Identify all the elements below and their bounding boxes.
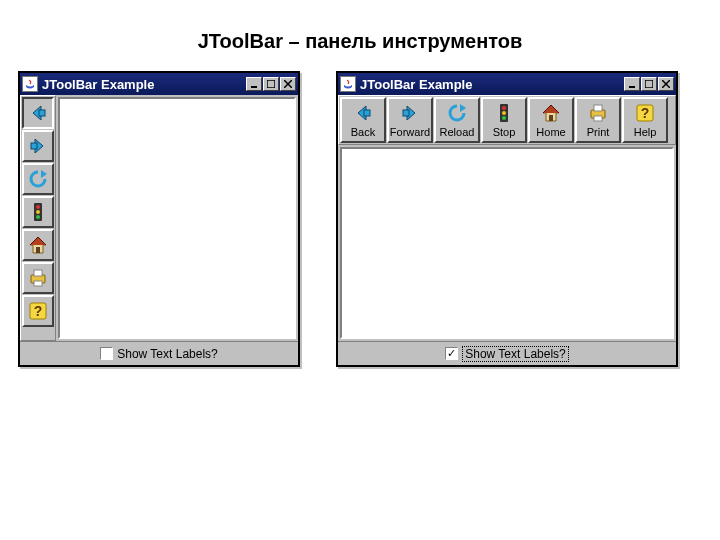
- back-button[interactable]: Back: [340, 97, 386, 143]
- back-button[interactable]: [22, 97, 54, 129]
- window-title: JToolBar Example: [360, 77, 623, 92]
- java-icon: [22, 76, 38, 92]
- house-icon: [27, 234, 49, 256]
- show-labels-label[interactable]: Show Text Labels?: [117, 347, 218, 361]
- back-label: Back: [351, 126, 375, 138]
- window-right: JToolBar Example Back Forward Relo: [336, 71, 678, 367]
- window-left: JToolBar Example Show Text Labels?: [18, 71, 300, 367]
- print-button[interactable]: Print: [575, 97, 621, 143]
- statusbar: Show Text Labels?: [338, 341, 676, 365]
- traffic-light-icon: [27, 201, 49, 223]
- question-icon: [634, 102, 656, 124]
- reload-button[interactable]: [22, 163, 54, 195]
- show-labels-checkbox[interactable]: [100, 347, 113, 360]
- slide-title: JToolBar – панель инструментов: [0, 0, 720, 71]
- arrow-right-icon: [27, 135, 49, 157]
- content-area: [340, 147, 674, 339]
- show-labels-checkbox[interactable]: [445, 347, 458, 360]
- printer-icon: [27, 267, 49, 289]
- reload-button[interactable]: Reload: [434, 97, 480, 143]
- print-button[interactable]: [22, 262, 54, 294]
- help-label: Help: [634, 126, 657, 138]
- home-button[interactable]: [22, 229, 54, 261]
- reload-icon: [446, 102, 468, 124]
- arrow-right-icon: [399, 102, 421, 124]
- titlebar[interactable]: JToolBar Example: [338, 73, 676, 95]
- home-label: Home: [536, 126, 565, 138]
- forward-label: Forward: [390, 126, 430, 138]
- stop-button[interactable]: Stop: [481, 97, 527, 143]
- traffic-light-icon: [493, 102, 515, 124]
- close-button[interactable]: [658, 77, 674, 91]
- titlebar[interactable]: JToolBar Example: [20, 73, 298, 95]
- stop-label: Stop: [493, 126, 516, 138]
- show-labels-label[interactable]: Show Text Labels?: [462, 346, 569, 362]
- reload-label: Reload: [440, 126, 475, 138]
- content-area: [58, 97, 296, 339]
- help-button[interactable]: [22, 295, 54, 327]
- window-title: JToolBar Example: [42, 77, 245, 92]
- minimize-button[interactable]: [624, 77, 640, 91]
- house-icon: [540, 102, 562, 124]
- toolbar-horizontal: Back Forward Reload Stop Home: [338, 95, 676, 145]
- print-label: Print: [587, 126, 610, 138]
- maximize-button[interactable]: [641, 77, 657, 91]
- java-icon: [340, 76, 356, 92]
- help-button[interactable]: Help: [622, 97, 668, 143]
- forward-button[interactable]: Forward: [387, 97, 433, 143]
- home-button[interactable]: Home: [528, 97, 574, 143]
- reload-icon: [27, 168, 49, 190]
- question-icon: [27, 300, 49, 322]
- printer-icon: [587, 102, 609, 124]
- arrow-left-icon: [352, 102, 374, 124]
- close-button[interactable]: [280, 77, 296, 91]
- toolbar-vertical: [20, 95, 56, 341]
- statusbar: Show Text Labels?: [20, 341, 298, 365]
- maximize-button[interactable]: [263, 77, 279, 91]
- minimize-button[interactable]: [246, 77, 262, 91]
- forward-button[interactable]: [22, 130, 54, 162]
- stop-button[interactable]: [22, 196, 54, 228]
- arrow-left-icon: [27, 102, 49, 124]
